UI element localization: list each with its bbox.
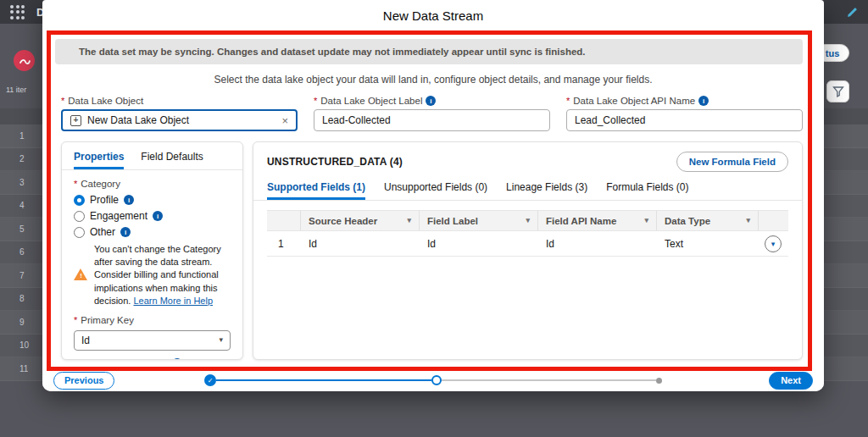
fields-tabs: Supported Fields (1) Unsupported Fields … bbox=[253, 178, 802, 201]
next-button[interactable]: Next bbox=[769, 372, 813, 390]
radio-selected-icon[interactable] bbox=[74, 195, 85, 206]
row-number: 10 bbox=[19, 340, 29, 350]
previous-button[interactable]: Previous bbox=[53, 372, 114, 390]
filter-button[interactable] bbox=[826, 80, 849, 102]
category-warning: ! You can't change the Category after sa… bbox=[74, 243, 231, 307]
modal-title: New Data Stream bbox=[383, 8, 483, 23]
radio-other[interactable]: Other i bbox=[74, 226, 231, 238]
radio-unselected-icon[interactable] bbox=[74, 227, 85, 238]
row-number-header bbox=[267, 211, 301, 230]
primary-key-label: * Primary Key bbox=[74, 315, 231, 325]
sort-chevron-icon[interactable]: ▾ bbox=[644, 217, 648, 224]
row-number: 5 bbox=[19, 224, 25, 234]
properties-panel: Properties Field Defaults * Category Pro… bbox=[61, 141, 243, 360]
actions-column bbox=[759, 211, 788, 230]
required-marker: * bbox=[314, 96, 317, 106]
field-api-name-cell: Id bbox=[538, 238, 657, 250]
sort-chevron-icon[interactable]: ▾ bbox=[407, 217, 411, 224]
row-actions-button[interactable]: ▾ bbox=[765, 235, 782, 252]
info-icon[interactable]: i bbox=[698, 96, 709, 106]
fields-panel-header: UNSTRUCTURED_DATA (4) New Formula Field bbox=[253, 142, 802, 178]
progress-line-upcoming bbox=[442, 379, 657, 381]
data-lake-object-input[interactable]: + New Data Lake Object × bbox=[61, 109, 298, 131]
data-lake-object-field: * Data Lake Object + New Data Lake Objec… bbox=[61, 96, 298, 131]
panels-row: Properties Field Defaults * Category Pro… bbox=[61, 141, 803, 360]
primary-key-label-text: Primary Key bbox=[81, 315, 134, 325]
record-modified-label-text: Record Modified Field bbox=[74, 358, 169, 360]
row-number: 3 bbox=[19, 178, 25, 187]
learn-more-link[interactable]: Learn More in Help bbox=[133, 296, 213, 306]
info-icon[interactable]: i bbox=[153, 211, 163, 221]
row-number: 11 bbox=[19, 364, 28, 373]
info-icon[interactable]: i bbox=[172, 358, 182, 360]
radio-profile[interactable]: Profile i bbox=[74, 194, 231, 206]
info-icon[interactable]: i bbox=[120, 227, 131, 237]
step-current-dot[interactable] bbox=[431, 375, 442, 385]
radio-unselected-icon[interactable] bbox=[74, 211, 85, 222]
radio-label: Other bbox=[90, 226, 115, 238]
properties-tabs: Properties Field Defaults bbox=[62, 142, 242, 170]
data-lake-object-api-name-field: * Data Lake Object API Name i Lead_Colle… bbox=[566, 96, 803, 131]
sort-chevron-icon[interactable]: ▾ bbox=[746, 217, 750, 224]
field-label: * Data Lake Object bbox=[61, 96, 298, 106]
properties-body: * Category Profile i Engagement i bbox=[62, 170, 242, 360]
row-number-cell: 1 bbox=[267, 238, 301, 250]
column-label: Field Label bbox=[427, 216, 478, 226]
data-stream-icon bbox=[14, 50, 35, 71]
row-number: 2 bbox=[19, 154, 25, 163]
info-icon[interactable]: i bbox=[124, 195, 134, 205]
tab-supported-fields[interactable]: Supported Fields (1) bbox=[267, 178, 365, 200]
fields-panel-title: UNSTRUCTURED_DATA (4) bbox=[267, 156, 403, 168]
field-label: * Data Lake Object Label i bbox=[314, 96, 550, 106]
field-label-text: Data Lake Object API Name bbox=[573, 96, 695, 106]
primary-key-select[interactable]: Id ▾ bbox=[74, 330, 231, 351]
object-form-row: * Data Lake Object + New Data Lake Objec… bbox=[61, 96, 803, 131]
step-complete-dot[interactable]: ✓ bbox=[204, 374, 216, 386]
category-label: * Category bbox=[74, 179, 231, 189]
field-label-column[interactable]: Field Label ▾ bbox=[420, 211, 538, 230]
data-lake-object-api-name-input[interactable]: Lead_Collected bbox=[566, 109, 803, 131]
tab-formula-fields[interactable]: Formula Fields (0) bbox=[606, 178, 688, 200]
radio-label: Profile bbox=[90, 194, 119, 206]
data-type-column[interactable]: Data Type ▾ bbox=[657, 211, 759, 230]
row-number: 9 bbox=[19, 318, 25, 327]
warning-text: You can't change the Category after savi… bbox=[94, 243, 231, 307]
radio-engagement[interactable]: Engagement i bbox=[74, 210, 231, 222]
row-number: 1 bbox=[19, 131, 25, 141]
modal-subtitle: Select the data lake object your data wi… bbox=[42, 74, 824, 86]
new-formula-field-button[interactable]: New Formula Field bbox=[676, 152, 788, 172]
field-label: * Data Lake Object API Name i bbox=[566, 96, 803, 106]
edit-pencil-icon[interactable] bbox=[847, 7, 858, 18]
radio-label: Engagement bbox=[90, 210, 147, 222]
sort-chevron-icon[interactable]: ▾ bbox=[526, 217, 530, 224]
clear-icon[interactable]: × bbox=[281, 115, 288, 126]
fields-panel: UNSTRUCTURED_DATA (4) New Formula Field … bbox=[253, 141, 803, 360]
tab-field-defaults[interactable]: Field Defaults bbox=[141, 142, 203, 169]
info-icon[interactable]: i bbox=[426, 96, 436, 106]
source-header-column[interactable]: Source Header ▾ bbox=[301, 211, 420, 230]
field-label-text: Data Lake Object Label bbox=[320, 96, 422, 106]
app-launcher-icon[interactable] bbox=[10, 5, 25, 19]
source-header-cell: Id bbox=[301, 238, 420, 250]
tab-lineage-fields[interactable]: Lineage Fields (3) bbox=[506, 178, 587, 200]
data-lake-object-label-input[interactable]: Lead-Collected bbox=[314, 109, 550, 131]
required-marker: * bbox=[74, 179, 77, 189]
warning-icon: ! bbox=[74, 268, 88, 281]
tab-properties[interactable]: Properties bbox=[74, 142, 124, 169]
input-value: New Data Lake Object bbox=[87, 114, 189, 126]
new-data-stream-modal: New Data Stream The data set may be sync… bbox=[42, 0, 824, 391]
step-upcoming-dot[interactable] bbox=[656, 378, 662, 384]
required-marker: * bbox=[61, 96, 64, 106]
modal-header: New Data Stream bbox=[42, 0, 824, 30]
progress-indicator: ✓ bbox=[204, 374, 662, 386]
required-marker: * bbox=[74, 315, 77, 325]
column-label: Source Header bbox=[309, 216, 377, 226]
table-row: 1 Id Id Id Text ▾ bbox=[267, 231, 788, 257]
sync-warning-banner: The data set may be syncing. Changes and… bbox=[55, 39, 803, 64]
data-lake-object-label-field: * Data Lake Object Label i Lead-Collecte… bbox=[314, 96, 550, 131]
tab-unsupported-fields[interactable]: Unsupported Fields (0) bbox=[384, 178, 487, 200]
record-modified-field-label: Record Modified Field i bbox=[74, 358, 231, 360]
add-icon: + bbox=[70, 115, 81, 126]
field-api-name-column[interactable]: Field API Name ▾ bbox=[538, 211, 657, 230]
row-number: 7 bbox=[19, 271, 25, 280]
